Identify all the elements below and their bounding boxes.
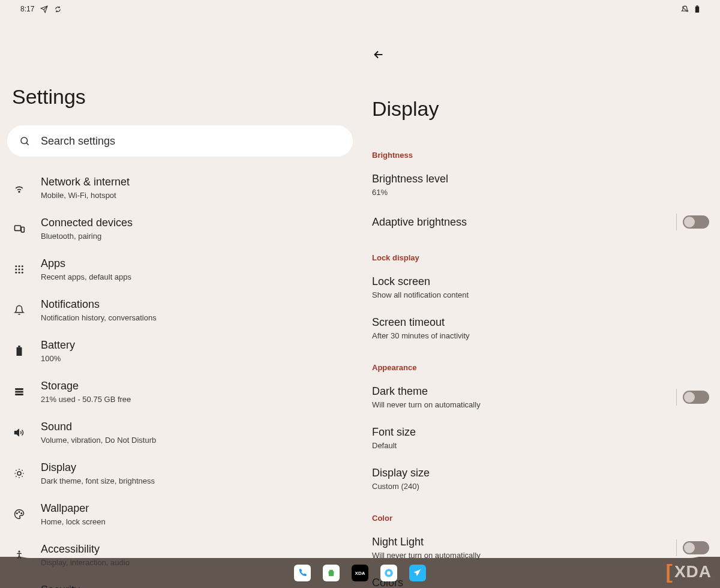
svg-point-6 bbox=[15, 265, 17, 267]
svg-point-8 bbox=[22, 265, 23, 267]
section-lock-display: Lock display bbox=[360, 250, 720, 267]
taskbar-app-telegram[interactable] bbox=[409, 565, 426, 581]
setting-item-battery[interactable]: Battery100% bbox=[0, 331, 360, 371]
svg-rect-5 bbox=[21, 227, 24, 232]
devices-icon bbox=[12, 223, 26, 235]
svg-point-2 bbox=[21, 137, 28, 144]
font-size-item[interactable]: Font sizeDefault bbox=[360, 418, 720, 458]
taskbar-app-phone[interactable] bbox=[294, 565, 311, 581]
xda-watermark: [XDA bbox=[666, 560, 712, 583]
adaptive-brightness-toggle[interactable] bbox=[676, 214, 709, 230]
palette-icon bbox=[12, 509, 26, 520]
section-brightness: Brightness bbox=[360, 147, 720, 164]
back-button[interactable] bbox=[360, 14, 720, 61]
svg-point-10 bbox=[19, 269, 20, 271]
battery-icon bbox=[12, 346, 26, 356]
svg-point-20 bbox=[17, 472, 21, 475]
svg-point-9 bbox=[15, 269, 17, 271]
svg-point-14 bbox=[22, 272, 23, 274]
section-color: Color bbox=[360, 510, 720, 527]
settings-panel: Settings Search settings Network & inter… bbox=[0, 14, 360, 558]
search-placeholder: Search settings bbox=[41, 135, 115, 148]
search-input[interactable]: Search settings bbox=[7, 125, 353, 157]
svg-rect-15 bbox=[17, 347, 22, 356]
settings-title: Settings bbox=[0, 14, 360, 125]
lock-screen-item[interactable]: Lock screenShow all notification content bbox=[360, 267, 720, 308]
setting-item-notifications[interactable]: NotificationsNotification history, conve… bbox=[0, 290, 360, 331]
telegram-status-icon bbox=[40, 5, 48, 13]
battery-status-icon bbox=[695, 5, 700, 13]
display-panel: Display Brightness Brightness level61% A… bbox=[360, 14, 720, 558]
svg-rect-19 bbox=[15, 394, 23, 395]
status-bar: 8:17 bbox=[0, 0, 720, 14]
setting-item-display[interactable]: DisplayDark theme, font size, brightness bbox=[0, 453, 360, 494]
svg-rect-17 bbox=[15, 388, 23, 390]
search-icon bbox=[19, 136, 30, 146]
section-appearance: Appearance bbox=[360, 359, 720, 377]
display-title: Display bbox=[360, 61, 720, 147]
svg-point-13 bbox=[19, 272, 20, 274]
screen-timeout-item[interactable]: Screen timeoutAfter 30 minutes of inacti… bbox=[360, 308, 720, 349]
svg-point-26 bbox=[387, 571, 391, 575]
svg-point-7 bbox=[19, 265, 20, 267]
dnd-off-icon bbox=[681, 5, 689, 13]
dark-theme-item[interactable]: Dark themeWill never turn on automatical… bbox=[360, 377, 720, 418]
svg-rect-18 bbox=[15, 391, 23, 393]
brightness-icon bbox=[12, 468, 26, 479]
svg-rect-0 bbox=[695, 6, 699, 12]
status-time: 8:17 bbox=[20, 5, 34, 13]
svg-point-11 bbox=[22, 269, 23, 271]
setting-item-network[interactable]: Network & internetMobile, Wi-Fi, hotspot bbox=[0, 167, 360, 208]
svg-point-12 bbox=[15, 272, 17, 274]
svg-point-21 bbox=[17, 513, 18, 514]
taskbar-app-store[interactable] bbox=[323, 565, 340, 581]
svg-rect-4 bbox=[15, 226, 21, 230]
svg-point-22 bbox=[19, 512, 20, 513]
setting-item-apps[interactable]: AppsRecent apps, default apps bbox=[0, 249, 360, 290]
taskbar-app-browser[interactable] bbox=[380, 565, 397, 581]
setting-item-connected-devices[interactable]: Connected devicesBluetooth, pairing bbox=[0, 208, 360, 249]
storage-icon bbox=[12, 386, 26, 397]
setting-item-wallpaper[interactable]: WallpaperHome, lock screen bbox=[0, 494, 360, 535]
adaptive-brightness-item[interactable]: Adaptive brightness bbox=[360, 205, 720, 239]
svg-point-24 bbox=[19, 551, 20, 553]
taskbar-app-xda[interactable]: XDA bbox=[352, 565, 368, 581]
wifi-icon bbox=[12, 182, 26, 194]
svg-rect-16 bbox=[18, 346, 20, 347]
taskbar: XDA bbox=[0, 558, 720, 588]
display-size-item[interactable]: Display sizeCustom (240) bbox=[360, 458, 720, 499]
dark-theme-toggle[interactable] bbox=[676, 389, 709, 406]
sync-status-icon bbox=[54, 5, 62, 13]
svg-point-23 bbox=[21, 513, 22, 514]
svg-rect-1 bbox=[696, 5, 698, 7]
setting-item-sound[interactable]: SoundVolume, vibration, Do Not Disturb bbox=[0, 412, 360, 453]
setting-item-storage[interactable]: Storage21% used - 50.75 GB free bbox=[0, 371, 360, 412]
sound-icon bbox=[12, 427, 26, 438]
svg-point-3 bbox=[19, 191, 20, 193]
night-light-toggle[interactable] bbox=[676, 539, 709, 556]
apps-icon bbox=[12, 264, 26, 275]
brightness-level-item[interactable]: Brightness level61% bbox=[360, 164, 720, 205]
bell-icon bbox=[12, 305, 26, 316]
